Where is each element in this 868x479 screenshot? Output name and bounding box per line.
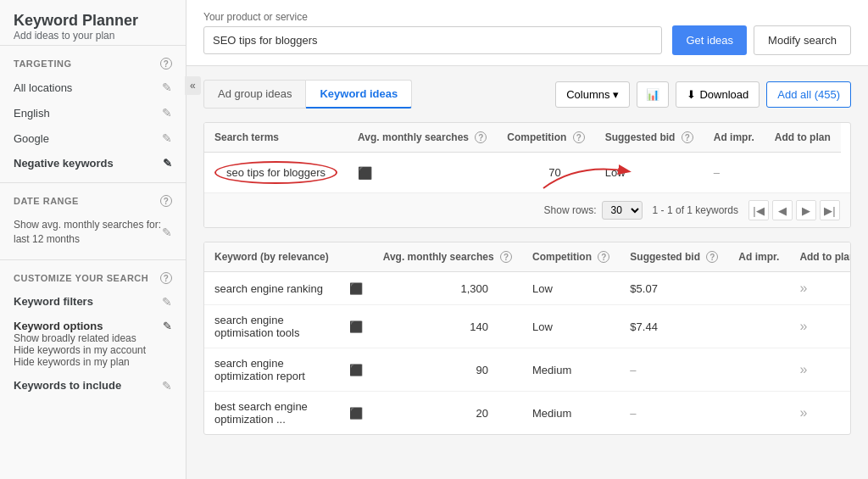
keyword-competition: Medium: [522, 392, 620, 435]
columns-button[interactable]: Columns ▾: [555, 81, 630, 108]
avg-monthly-help-icon[interactable]: ?: [475, 131, 487, 143]
date-range-item[interactable]: Show avg. monthly searches for: last 12 …: [0, 212, 186, 253]
col-suggested-bid-ki: Suggested bid ?: [620, 242, 728, 272]
download-label: Download: [699, 88, 748, 101]
get-ideas-button[interactable]: Get ideas: [672, 25, 747, 55]
keyword-options-sub2: Hide keywords in my account: [14, 344, 163, 356]
last-page-button[interactable]: ▶|: [820, 200, 840, 220]
chart-view-button[interactable]: 📊: [637, 81, 669, 108]
keyword-chart-icon[interactable]: ⬛: [339, 392, 373, 435]
modify-search-button[interactable]: Modify search: [754, 25, 851, 55]
keyword-ad-impr: [728, 305, 789, 348]
keyword-add-to-plan[interactable]: »: [789, 272, 851, 305]
tab-actions: Columns ▾ 📊 ⬇ Download Add all (455): [555, 81, 851, 108]
search-terms-header-row: Search terms Avg. monthly searches ? Com…: [204, 123, 851, 153]
date-range-help-icon[interactable]: ?: [160, 195, 172, 207]
customize-label: Customize your search: [14, 273, 148, 283]
keyword-add-to-plan[interactable]: »: [789, 348, 851, 392]
keyword-add-to-plan[interactable]: »: [789, 305, 851, 348]
keyword-suggested-bid: –: [620, 392, 728, 435]
keyword-competition: Low: [522, 305, 620, 348]
keyword-add-to-plan[interactable]: »: [789, 392, 851, 435]
col-competition-st: Competition ?: [497, 123, 594, 153]
keyword-chart-icon-1: ⬛: [349, 320, 363, 333]
language-edit-icon[interactable]: ✎: [162, 106, 172, 120]
targeting-help-icon[interactable]: ?: [160, 58, 172, 70]
customize-help-icon[interactable]: ?: [160, 272, 172, 284]
term-chart-icon[interactable]: ⬛: [358, 166, 372, 180]
keyword-avg-monthly: 140: [373, 305, 522, 348]
top-bar: Your product or service Get ideas Modify…: [186, 0, 868, 66]
content-area: Ad group ideas Keyword ideas Columns ▾ 📊…: [186, 66, 868, 479]
tabs-bar: Ad group ideas Keyword ideas Columns ▾ 📊…: [203, 80, 851, 109]
date-range-label: Date range: [14, 196, 79, 206]
columns-label: Columns: [566, 88, 609, 101]
negative-keywords-edit-icon[interactable]: ✎: [163, 157, 172, 170]
prev-page-button[interactable]: ◀: [772, 200, 793, 220]
keywords-include-edit-icon[interactable]: ✎: [162, 379, 172, 393]
rows-select[interactable]: 30: [602, 201, 643, 220]
add-to-plan-icon-0[interactable]: »: [799, 281, 807, 295]
keywords-include-label: Keywords to include: [14, 379, 121, 392]
network-edit-icon[interactable]: ✎: [162, 131, 172, 145]
keyword-avg-monthly: 1,300: [373, 272, 522, 305]
suggested-bid-help-icon-st[interactable]: ?: [682, 131, 693, 143]
location-edit-icon[interactable]: ✎: [162, 81, 172, 94]
add-to-plan-icon-2[interactable]: »: [799, 362, 807, 376]
keyword-options-edit-icon[interactable]: ✎: [163, 320, 172, 332]
keyword-chart-icon[interactable]: ⬛: [339, 272, 373, 305]
search-term-cell: seo tips for bloggers: [204, 153, 348, 193]
first-page-button[interactable]: |◀: [748, 200, 769, 220]
location-value: All locations: [14, 81, 72, 94]
keyword-filters-edit-icon[interactable]: ✎: [162, 295, 172, 309]
negative-keywords-label: Negative keywords: [14, 157, 114, 170]
date-range-value: Show avg. monthly searches for: last 12 …: [14, 218, 162, 247]
tab-keyword-ideas[interactable]: Keyword ideas: [306, 80, 412, 109]
language-value: English: [14, 107, 50, 120]
customize-header: Customize your search ?: [0, 267, 186, 289]
keyword-ad-impr: [728, 348, 789, 392]
sidebar: Keyword Planner Add ideas to your plan T…: [0, 0, 186, 479]
download-button[interactable]: ⬇ Download: [676, 81, 760, 108]
next-page-button[interactable]: ▶: [796, 200, 816, 220]
search-term-add-to-plan[interactable]: »: [841, 153, 851, 193]
location-item[interactable]: All locations ✎: [0, 75, 186, 100]
sidebar-collapse-button[interactable]: «: [185, 76, 201, 95]
language-item[interactable]: English ✎: [0, 100, 186, 125]
add-all-button[interactable]: Add all (455): [766, 81, 851, 108]
keyword-chart-icon[interactable]: ⬛: [339, 305, 373, 348]
tabs: Ad group ideas Keyword ideas: [203, 80, 412, 109]
keyword-chart-icon[interactable]: ⬛: [339, 348, 373, 392]
search-terms-table: Search terms Avg. monthly searches ? Com…: [204, 123, 851, 192]
competition-help-icon-st[interactable]: ?: [573, 131, 585, 143]
avg-monthly-ki-help-icon[interactable]: ?: [500, 251, 512, 263]
top-bar-actions: Get ideas Modify search: [672, 25, 851, 55]
keyword-cell: search engine optimization report: [204, 348, 339, 392]
keyword-ideas-table: Keyword (by relevance) Avg. monthly sear…: [204, 242, 851, 434]
pagination-row: Show rows: 30 1 - 1 of 1 keywords |◀ ◀ ▶…: [204, 192, 850, 227]
pagination-nav: |◀ ◀ ▶ ▶|: [748, 200, 840, 220]
keyword-chart-icon-3: ⬛: [349, 407, 363, 420]
competition-ki-help-icon[interactable]: ?: [598, 251, 609, 263]
add-to-plan-icon-3[interactable]: »: [799, 405, 807, 420]
add-to-plan-icon-1[interactable]: »: [799, 319, 807, 333]
customize-section: Customize your search ? Keyword filters …: [0, 259, 186, 405]
keyword-ideas-row: best search engine optimization ... ⬛ 20…: [204, 392, 851, 435]
search-term-avg-monthly: 70: [497, 153, 594, 193]
col-ad-impr-st: Ad impr.: [704, 123, 765, 153]
targeting-section: Targeting ? All locations ✎ English ✎ Go…: [0, 45, 186, 182]
tab-ad-group-ideas[interactable]: Ad group ideas: [203, 80, 306, 109]
suggested-bid-ki-help-icon[interactable]: ?: [706, 251, 718, 263]
network-item[interactable]: Google ✎: [0, 125, 186, 151]
keyword-avg-monthly: 90: [373, 348, 522, 392]
col-add-to-plan-st: Add to plan: [765, 123, 841, 153]
keyword-filters-item[interactable]: Keyword filters ✎: [0, 289, 186, 315]
keywords-include-item[interactable]: Keywords to include ✎: [0, 373, 186, 398]
keyword-cell: best search engine optimization ...: [204, 392, 339, 435]
date-range-edit-icon[interactable]: ✎: [162, 226, 172, 239]
keyword-options-sub3: Hide keywords in my plan: [14, 356, 163, 368]
negative-keywords-item[interactable]: Negative keywords ✎: [0, 151, 186, 175]
keyword-options-content: Keyword options Show broadly related ide…: [14, 320, 163, 368]
product-service-input[interactable]: [203, 26, 662, 54]
keyword-options-item[interactable]: Keyword options Show broadly related ide…: [0, 315, 186, 373]
